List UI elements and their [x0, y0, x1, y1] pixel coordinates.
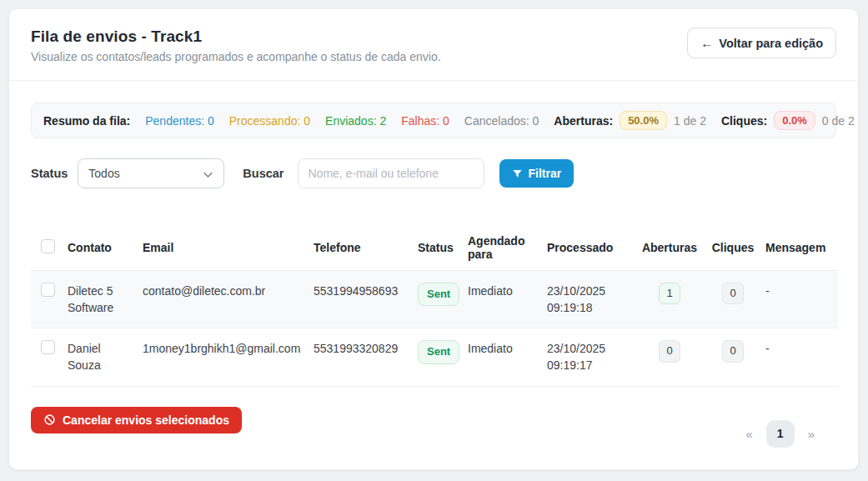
opens-summary: Aberturas: 50.0% 1 de 2	[554, 111, 706, 130]
cell-email: contato@diletec.com.br	[143, 270, 314, 328]
queue-table: Contato Email Telefone Status Agendado p…	[31, 225, 838, 387]
filter-row: Status Todos Buscar Filtrar	[31, 158, 836, 188]
cell-message: -	[765, 328, 838, 387]
page-subtitle: Visualize os contatos/leads programados …	[31, 50, 441, 63]
clicks-summary: Cliques: 0.0% 0 de 2	[721, 111, 855, 130]
prohibition-icon	[43, 413, 56, 426]
table-row: Daniel Souza 1money1brghikh1@gmail.com 5…	[31, 328, 838, 387]
header-status: Status	[418, 225, 468, 270]
cell-scheduled: Imediato	[468, 328, 547, 387]
stat-falhas: Falhas: 0	[401, 114, 449, 128]
cell-message: -	[765, 270, 838, 328]
pagination-next-button[interactable]: »	[808, 427, 815, 441]
chevron-down-icon	[203, 169, 213, 180]
cell-phone: 5531994958693	[314, 270, 418, 328]
select-row-checkbox[interactable]	[41, 283, 55, 297]
cell-processed: 23/10/2025 09:19:17	[547, 328, 639, 387]
arrow-left-icon: ←	[700, 36, 713, 50]
opens-count-badge: 1	[659, 283, 680, 305]
filter-button-label: Filtrar	[529, 167, 562, 180]
opens-detail: 1 de 2	[674, 114, 706, 128]
funnel-icon	[512, 168, 523, 179]
queue-summary-bar: Resumo da fila: Pendentes: 0 Processando…	[31, 103, 836, 138]
header-processed: Processado	[547, 225, 639, 270]
pagination: « 1 »	[745, 420, 815, 448]
back-to-edit-button[interactable]: ← Voltar para edição	[687, 28, 836, 58]
clicks-count-badge: 0	[722, 340, 743, 363]
status-badge: Sent	[418, 283, 459, 307]
select-row-checkbox[interactable]	[41, 340, 55, 354]
cell-scheduled: Imediato	[468, 270, 547, 328]
search-label: Buscar	[243, 167, 283, 180]
select-all-checkbox[interactable]	[41, 239, 55, 253]
status-filter-label: Status	[31, 167, 68, 180]
clicks-label: Cliques:	[721, 114, 767, 128]
stat-cancelados: Cancelados: 0	[464, 114, 539, 128]
summary-title: Resumo da fila:	[43, 114, 130, 128]
table-header-row: Contato Email Telefone Status Agendado p…	[31, 225, 838, 270]
cell-contact: Daniel Souza	[68, 328, 143, 387]
status-badge: Sent	[418, 340, 459, 364]
pagination-page-1[interactable]: 1	[766, 420, 795, 448]
status-select-value: Todos	[88, 167, 119, 180]
stat-processando: Processando: 0	[229, 114, 310, 128]
cell-phone: 5531993320829	[314, 328, 418, 387]
opens-percentage-badge: 50.0%	[620, 111, 667, 130]
pagination-prev-button[interactable]: «	[745, 427, 752, 441]
cell-email: 1money1brghikh1@gmail.com	[143, 328, 314, 387]
cell-processed: 23/10/2025 09:19:18	[547, 270, 639, 328]
back-to-edit-label: Voltar para edição	[719, 37, 823, 50]
card-body: Resumo da fila: Pendentes: 0 Processando…	[9, 81, 858, 469]
page-title: Fila de envios - Track1	[31, 28, 441, 46]
stat-enviados: Enviados: 2	[325, 114, 386, 128]
cancel-selected-label: Cancelar envios selecionados	[63, 413, 229, 427]
opens-label: Aberturas:	[554, 114, 613, 128]
header-email: Email	[143, 225, 314, 270]
table-row: Diletec 5 Software contato@diletec.com.b…	[31, 270, 838, 328]
opens-count-badge: 0	[659, 340, 680, 363]
header-scheduled: Agendado para	[468, 225, 547, 270]
header-message: Mensagem	[765, 225, 838, 270]
status-select[interactable]: Todos	[78, 158, 224, 188]
stat-pendentes: Pendentes: 0	[145, 114, 214, 128]
cell-contact: Diletec 5 Software	[68, 270, 143, 328]
card-header: Fila de envios - Track1 Visualize os con…	[9, 9, 858, 81]
queue-card: Fila de envios - Track1 Visualize os con…	[8, 8, 859, 470]
table-footer: Cancelar envios selecionados « 1 »	[31, 407, 836, 448]
clicks-percentage-badge: 0.0%	[774, 111, 815, 130]
clicks-count-badge: 0	[722, 283, 743, 305]
header-contact: Contato	[68, 225, 143, 270]
clicks-detail: 0 de 2	[822, 114, 855, 128]
header-text: Fila de envios - Track1 Visualize os con…	[31, 28, 441, 63]
header-phone: Telefone	[314, 225, 418, 270]
search-input[interactable]	[298, 158, 484, 188]
header-opens: Aberturas	[639, 225, 707, 270]
cancel-selected-button[interactable]: Cancelar envios selecionados	[31, 407, 242, 433]
filter-button[interactable]: Filtrar	[499, 159, 574, 188]
header-clicks: Cliques	[707, 225, 765, 270]
